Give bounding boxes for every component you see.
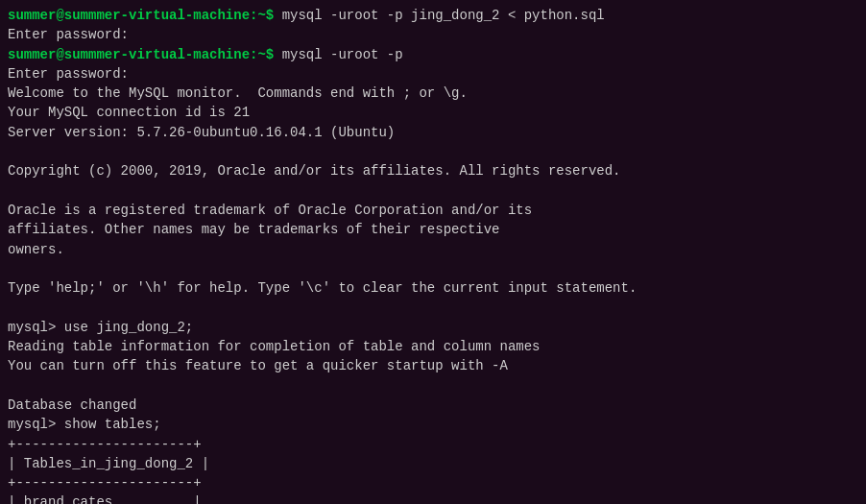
terminal-line: | brand_cates |: [8, 492, 858, 504]
terminal-line: Oracle is a registered trademark of Orac…: [8, 201, 858, 220]
terminal-line: Enter password:: [8, 25, 858, 44]
terminal-line: mysql> use jing_dong_2;: [8, 318, 858, 337]
terminal-window[interactable]: summer@summmer-virtual-machine:~$ mysql …: [0, 0, 866, 504]
terminal-line: Reading table information for completion…: [8, 337, 858, 356]
terminal-line: +----------------------+: [8, 473, 858, 492]
terminal-line: Enter password:: [8, 64, 858, 84]
empty-line: [8, 376, 858, 396]
empty-line: [8, 259, 858, 278]
terminal-line: Welcome to the MySQL monitor. Commands e…: [8, 84, 858, 103]
empty-line: [8, 181, 858, 201]
command-text: mysql -uroot -p: [282, 47, 403, 62]
terminal-line: mysql> show tables;: [8, 415, 858, 434]
terminal-line: owners.: [8, 240, 858, 259]
terminal-line: Server version: 5.7.26-0ubuntu0.16.04.1 …: [8, 123, 858, 142]
prompt-text: summer@summmer-virtual-machine:~$: [8, 8, 282, 23]
terminal-line: summer@summmer-virtual-machine:~$ mysql …: [8, 45, 858, 64]
terminal-line: Type 'help;' or '\h' for help. Type '\c'…: [8, 278, 858, 298]
prompt-text: summer@summmer-virtual-machine:~$: [8, 47, 282, 62]
terminal-line: Database changed: [8, 396, 858, 415]
terminal-line: summer@summmer-virtual-machine:~$ mysql …: [8, 6, 858, 25]
terminal-line: You can turn off this feature to get a q…: [8, 356, 858, 375]
terminal-line: Your MySQL connection id is 21: [8, 103, 858, 122]
terminal-line: +----------------------+: [8, 435, 858, 454]
command-text: mysql -uroot -p jing_dong_2 < python.sql: [282, 8, 605, 23]
terminal-line: affiliates. Other names may be trademark…: [8, 220, 858, 239]
terminal-line: Copyright (c) 2000, 2019, Oracle and/or …: [8, 161, 858, 180]
empty-line: [8, 298, 858, 317]
terminal-line: | Tables_in_jing_dong_2 |: [8, 454, 858, 473]
empty-line: [8, 142, 858, 161]
